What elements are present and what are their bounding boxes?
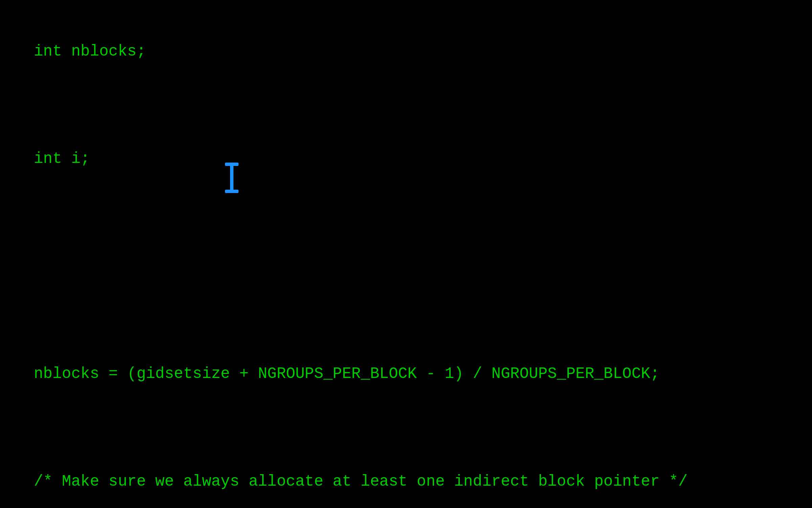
empty-line-5 <box>34 419 812 437</box>
code-line-7: nblocks = (gidsetsize + NGROUPS_PER_BLOC… <box>34 365 812 383</box>
code-line-1: int nblocks; <box>34 43 812 61</box>
code-line-9: /* Make sure we always allocate at least… <box>34 473 812 491</box>
ibeam-cursor-icon <box>220 163 244 193</box>
code-line-2: int i; <box>34 150 812 168</box>
empty-line-1 <box>34 97 812 114</box>
empty-line-2 <box>34 204 812 222</box>
empty-line-4 <box>34 312 812 330</box>
svg-rect-2 <box>230 165 233 190</box>
code-editor[interactable]: int nblocks; int i; nblocks = (gidsetsiz… <box>0 0 812 508</box>
empty-line-3 <box>34 258 812 276</box>
